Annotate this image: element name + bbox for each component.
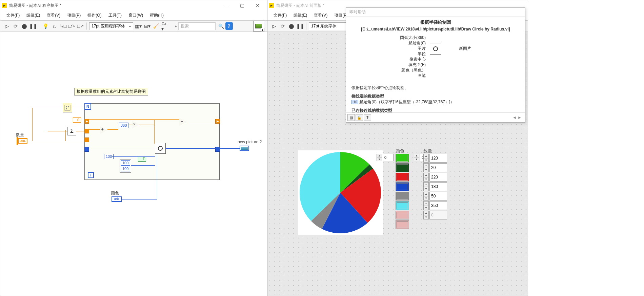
menu-file[interactable]: 文件(F): [3, 11, 23, 20]
color-box[interactable]: [396, 182, 409, 191]
context-help-button[interactable]: ?: [225, 22, 233, 30]
count-terminal[interactable]: DBL: [18, 138, 27, 144]
color-box[interactable]: [396, 192, 409, 200]
color-box[interactable]: [396, 220, 409, 229]
up-icon[interactable]: ▲: [377, 154, 382, 158]
menu-edit[interactable]: 编辑(E): [23, 11, 43, 20]
align-button[interactable]: ▦▾: [135, 22, 142, 30]
count-value[interactable]: 350: [429, 201, 447, 210]
spinner[interactable]: ▲▼: [423, 154, 429, 163]
context-help-window[interactable]: 即时帮助 根据半径绘制圆 [C:\...uments\LabVIEW 2018\…: [346, 7, 525, 123]
help-terminal: 填充？(F): [400, 62, 426, 67]
menu-help[interactable]: 帮助(H): [146, 11, 167, 20]
fp-pause-button[interactable]: ❚❚: [297, 22, 304, 30]
autoindex-tunnel[interactable]: [84, 138, 89, 142]
help-title[interactable]: 即时帮助: [346, 8, 525, 17]
spinner[interactable]: ▲▼: [423, 182, 429, 191]
cluster-center[interactable]: 100 100: [120, 159, 131, 173]
add-node[interactable]: [179, 118, 187, 126]
fp-abort-button[interactable]: ⬤: [288, 22, 295, 30]
search-input[interactable]: 搜索: [178, 22, 216, 30]
font-selector[interactable]: 17pt 应用程序字体: [89, 22, 133, 30]
count-row-empty: ▲▼0: [423, 211, 447, 219]
distribute-button[interactable]: ⊞▾: [143, 22, 151, 30]
run-continuous-button[interactable]: ⟳: [12, 22, 19, 30]
labview-icon: [269, 3, 274, 8]
down-icon[interactable]: ▼: [414, 158, 419, 161]
step-out-button[interactable]: □↗: [77, 22, 84, 30]
fp-menu-edit[interactable]: 编辑(E): [290, 11, 310, 20]
count-value[interactable]: 120: [429, 154, 447, 163]
help-scroll-handle[interactable]: ◄ ►: [512, 115, 524, 120]
fp-run-button[interactable]: ▷: [270, 22, 278, 30]
color-array[interactable]: [396, 154, 409, 229]
help-lock-button[interactable]: 🔒: [356, 114, 363, 121]
fp-menu-file[interactable]: 文件(F): [270, 11, 290, 20]
reorder-button[interactable]: 🗂▾: [161, 22, 168, 30]
count-value[interactable]: 220: [429, 173, 447, 182]
picture-tunnel-out[interactable]: [215, 147, 220, 152]
color-box[interactable]: [396, 173, 409, 182]
count-value[interactable]: 180: [429, 182, 447, 191]
bd-titlebar[interactable]: 简易饼图 - 副本.vi 程序框图 * — ▢ ✕: [0, 0, 267, 10]
up-icon[interactable]: ▲: [414, 154, 419, 158]
divide-node[interactable]: [100, 126, 108, 134]
multiply-node[interactable]: [132, 121, 140, 129]
count-value[interactable]: 20: [429, 163, 447, 172]
menu-window[interactable]: 窗口(W): [125, 11, 146, 20]
for-loop[interactable]: N i: [84, 103, 220, 180]
sum-input-tunnel[interactable]: [84, 129, 89, 133]
highlight-exec-button[interactable]: 💡: [42, 22, 49, 30]
color-box[interactable]: [396, 154, 409, 163]
sum-node[interactable]: Σ: [67, 127, 76, 135]
count-value[interactable]: 50: [429, 192, 447, 200]
count-array[interactable]: ▲▼120▲▼20▲▼220▲▼180▲▼50▲▼350▲▼0: [423, 154, 447, 219]
draw-circle-subvi[interactable]: [155, 143, 166, 154]
count-row: ▲▼350: [423, 201, 447, 210]
close-button[interactable]: ✕: [250, 0, 265, 10]
vi-icon[interactable]: 1: [253, 21, 264, 31]
spinner[interactable]: ▲▼: [423, 163, 429, 172]
fp-run-continuous-button[interactable]: ⟳: [279, 22, 286, 30]
block-diagram-canvas[interactable]: 根据数量数组的元素占比绘制简易饼图 数量 DBL Σ 0 N i 360 100…: [0, 32, 267, 296]
shift-reg-right-top[interactable]: [215, 119, 220, 124]
const-zero[interactable]: 0: [73, 117, 81, 123]
color-box[interactable]: [396, 163, 409, 172]
array-size-node[interactable]: [63, 103, 72, 112]
menu-view[interactable]: 查看(V): [43, 11, 64, 20]
step-into-button[interactable]: ↳□: [59, 22, 67, 30]
color-terminal[interactable]: U32: [112, 196, 122, 202]
help-detail-button[interactable]: ▤: [347, 114, 355, 121]
spinner[interactable]: ▲▼: [423, 201, 429, 210]
picture-indicator-terminal[interactable]: [240, 146, 249, 151]
pause-button[interactable]: ❚❚: [29, 22, 37, 30]
abort-button[interactable]: ⬤: [21, 22, 28, 30]
retain-wire-button[interactable]: ⎌: [51, 22, 58, 30]
help-body: 根据半径绘制圆 [C:\...uments\LabVIEW 2018\vi.li…: [346, 17, 525, 112]
run-button[interactable]: ▷: [3, 22, 11, 30]
spinner[interactable]: ▲▼: [423, 192, 429, 200]
color-box[interactable]: [396, 211, 409, 219]
step-over-button[interactable]: □↷: [68, 22, 76, 30]
cleanup-button[interactable]: 🧹: [152, 22, 160, 30]
search-icon[interactable]: 🔍: [218, 23, 224, 29]
minimize-button[interactable]: —: [219, 0, 234, 10]
spinner[interactable]: ▲▼: [423, 211, 429, 219]
count-value-empty[interactable]: 0: [429, 211, 447, 219]
color-array-control[interactable]: ▲▼ 0: [377, 154, 394, 163]
fp-menu-view[interactable]: 查看(V): [310, 11, 331, 20]
picture-tunnel-in[interactable]: [84, 147, 89, 152]
const-fill-true[interactable]: T: [138, 156, 146, 162]
help-more-button[interactable]: ?: [364, 114, 371, 121]
menu-tools[interactable]: 工具(T): [105, 11, 125, 20]
help-terminal: 半径: [400, 51, 426, 57]
color-index-control[interactable]: ▲▼ 0: [377, 154, 394, 161]
shift-reg-left-top[interactable]: [84, 119, 89, 124]
maximize-button[interactable]: ▢: [234, 0, 250, 10]
spinner[interactable]: ▲▼: [423, 173, 429, 182]
down-icon[interactable]: ▼: [377, 158, 382, 161]
color-box[interactable]: [396, 201, 409, 210]
menu-operate[interactable]: 操作(O): [84, 11, 105, 20]
menu-project[interactable]: 项目(P): [64, 11, 84, 20]
const-360[interactable]: 360: [119, 123, 128, 128]
